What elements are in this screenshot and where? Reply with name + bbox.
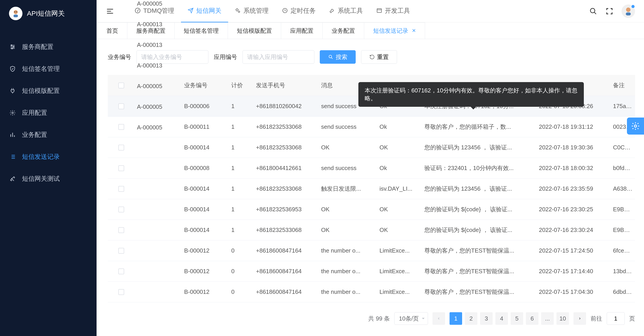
close-icon[interactable]: ✕ [412,28,416,34]
row-checkbox[interactable] [118,124,124,130]
page-button-4[interactable]: 4 [495,312,508,325]
table-row[interactable]: A-000013 B-000014 1 +8618232533068 OK OK… [108,220,635,241]
cell-note: C0CEE34... [611,144,635,151]
cell-count: 1 [229,144,254,151]
table-row[interactable]: A-000005 B-000011 1 +8618232533068 send … [108,117,635,137]
cell-time: 2022-07-18 19:30:36 [537,144,611,151]
row-checkbox[interactable] [118,186,124,192]
cell-body: 您的验证码为 123456 ， 该验证... [422,144,537,151]
page-button-6[interactable]: 6 [526,312,538,325]
svg-point-3 [16,11,17,12]
topnav-item-3[interactable]: 定时任务 [275,0,322,22]
page-size-select[interactable]: 10条/页 [394,312,428,325]
search-icon[interactable] [589,7,597,15]
svg-point-5 [13,46,14,47]
cell-count: 1 [229,103,254,110]
tab-2[interactable]: 短信签名管理 [174,22,228,39]
row-checkbox[interactable] [118,207,124,212]
page-size-value: 10条/页 [399,315,419,323]
page-button-2[interactable]: 2 [465,312,478,325]
row-checkbox[interactable] [118,269,124,274]
tab-6[interactable]: 短信发送记录✕ [364,22,425,39]
cell-body: 尊敬的客户，您的TEST智能保温... [422,247,537,255]
cell-count: 1 [229,227,254,234]
row-checkbox[interactable] [118,248,124,254]
row-checkbox-cell [108,289,135,295]
filter-bar: 业务编号 应用编号 搜索 重置 [108,50,635,64]
cell-note: E9BCD9D... [611,206,635,213]
sidebar-item-1[interactable]: 短信签名管理 [0,58,96,80]
sidebar-item-6[interactable]: 短信网关测试 [0,168,96,190]
menu-toggle-icon[interactable] [106,7,114,16]
row-checkbox[interactable] [118,165,124,171]
cell-phone: +8618232533068 [254,185,319,192]
tab-4[interactable]: 应用配置 [281,22,323,39]
sidebar-item-3[interactable]: 应用配置 [0,102,96,124]
total-label: 共 99 条 [368,315,390,323]
tab-5[interactable]: 业务配置 [322,22,364,39]
table-row[interactable]: A-000005 B-000012 0 +8618600847164 the n… [108,261,635,282]
svg-point-7 [12,112,14,114]
page-button-5[interactable]: 5 [510,312,523,325]
svg-point-13 [626,7,630,12]
row-checkbox-cell [108,248,135,254]
table-row[interactable]: A-000013 B-000014 1 +8618232536953 OK OK… [108,199,635,220]
app-logo [9,7,22,20]
sidebar-item-0[interactable]: 服务商配置 [0,36,96,58]
table-row[interactable]: A-000013 B-000014 1 +8618232533068 触发日发送… [108,179,635,199]
sidebar-item-4[interactable]: 业务配置 [0,124,96,146]
sidebar-item-2[interactable]: 短信模版配置 [0,80,96,102]
cogs-icon [235,8,241,14]
sidebar-item-label: 短信模版配置 [22,87,60,95]
table-row[interactable]: A-000005 B-000012 0 +8618600847164 the n… [108,282,635,302]
topnav-item-1[interactable]: 短信网关 [181,0,228,22]
page-button-3[interactable]: 3 [480,312,493,325]
search-button[interactable]: 搜索 [320,50,356,64]
svg-rect-1 [14,14,18,17]
app-id-input[interactable] [242,50,314,64]
cell-biz: B-000014 [182,185,229,192]
cell-phone: +8618004412661 [254,165,319,172]
row-checkbox-cell [108,227,135,233]
table-row[interactable]: A-000005 B-000008 1 +8618004412661 send … [108,158,635,179]
prev-page-button[interactable] [432,312,445,325]
cell-note: 13bdb813... [611,268,635,275]
goto-input[interactable] [607,312,625,325]
goto-suffix: 页 [629,315,635,323]
settings-float-button[interactable] [627,117,644,135]
topnav-item-label: 开发工具 [385,6,410,15]
page-button-10[interactable]: 10 [556,312,569,325]
col-count: 计价 [229,81,254,89]
tooltip: 本次注册验证码：607162，10分钟内有效。尊敬的客户您好，如非本人操作，请忽… [358,82,584,107]
table-row[interactable]: A-000013 B-000014 1 +8618232533068 OK OK… [108,137,635,158]
sms-table: 应用编号 业务编号 计价 发送手机号 消息 备注 A-000005 B-0000… [108,75,635,303]
row-checkbox[interactable] [118,227,124,233]
send-icon [188,8,194,14]
tab-0[interactable]: 首页 [97,22,127,39]
reset-button[interactable]: 重置 [361,50,397,64]
tab-label: 短信模版配置 [237,27,272,35]
select-all-checkbox[interactable] [118,82,124,88]
page-button-1[interactable]: 1 [450,312,462,325]
topnav-item-2[interactable]: 系统管理 [228,0,275,22]
cell-note: A6380CC... [611,185,635,192]
fullscreen-icon[interactable] [606,7,614,15]
user-avatar[interactable] [622,4,635,18]
cell-biz: B-000012 [182,268,229,275]
sidebar-item-5[interactable]: 短信发送记录 [0,146,96,168]
row-checkbox[interactable] [118,145,124,150]
cell-time: 2022-07-16 23:30:24 [537,227,611,234]
pagination: 共 99 条 10条/页 123456...10 前往 页 [108,303,635,329]
clock-icon [282,8,288,14]
topnav-item-4[interactable]: 系统工具 [322,0,370,22]
topnav-item-5[interactable]: 开发工具 [370,0,417,22]
row-checkbox[interactable] [118,103,124,109]
tab-3[interactable]: 短信模版配置 [228,22,281,39]
row-checkbox[interactable] [118,289,124,295]
shield-icon [9,65,16,72]
next-page-button[interactable] [574,312,586,325]
table-row[interactable]: A-000005 B-000012 0 +8618600847164 the n… [108,241,635,261]
cell-code: LimitExce... [377,268,422,275]
cell-msg: OK [319,206,377,213]
cell-biz: B-000014 [182,227,229,234]
